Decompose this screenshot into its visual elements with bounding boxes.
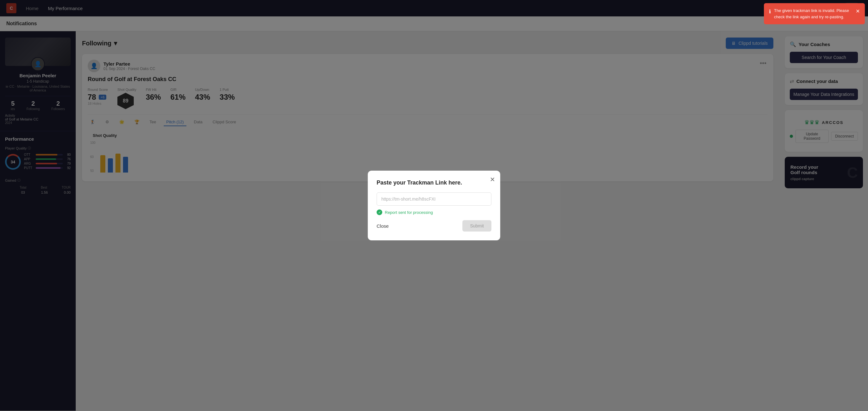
modal-success-message: ✓ Report sent for processing <box>377 210 491 215</box>
trackman-link-input[interactable] <box>377 192 491 205</box>
modal-actions: Close Submit <box>377 220 491 231</box>
modal-submit-button[interactable]: Submit <box>462 220 491 231</box>
modal-title: Paste your Trackman Link here. <box>377 180 491 186</box>
trackman-modal: Paste your Trackman Link here. ✕ ✓ Repor… <box>368 171 500 240</box>
toast-close-button[interactable]: ✕ <box>856 7 860 15</box>
modal-overlay: Paste your Trackman Link here. ✕ ✓ Repor… <box>0 0 868 411</box>
modal-close-x-button[interactable]: ✕ <box>490 176 495 183</box>
modal-close-button[interactable]: Close <box>377 223 389 229</box>
success-check-icon: ✓ <box>377 210 382 215</box>
error-toast: ℹ The given trackman link is invalid. Pl… <box>764 3 865 24</box>
toast-warning-icon: ℹ <box>769 8 771 15</box>
toast-message: The given trackman link is invalid. Plea… <box>774 7 852 20</box>
